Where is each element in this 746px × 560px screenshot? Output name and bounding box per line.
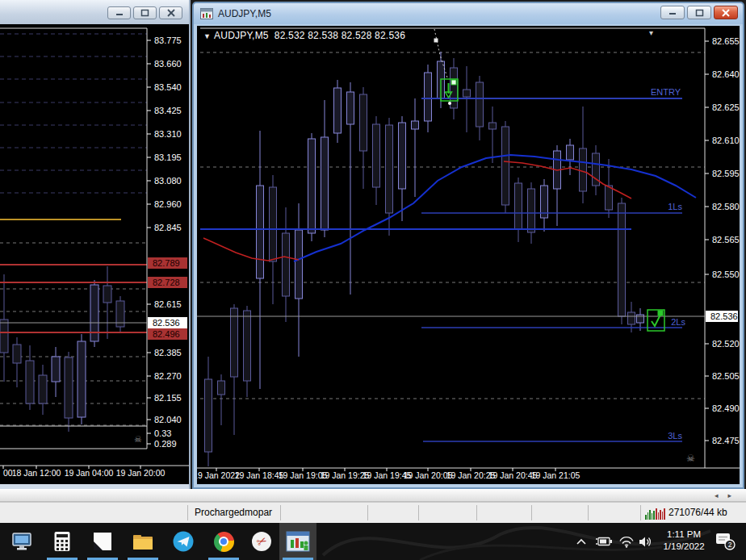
svg-text:☠: ☠ [686,453,695,464]
svg-text:ENTRY: ENTRY [651,87,681,97]
svg-text:82.385: 82.385 [154,348,182,357]
quote-line: ▼AUDJPY,M5 82.532 82.538 82.528 82.536 [203,30,405,41]
svg-text:82.845: 82.845 [154,223,182,232]
clock-time: 1:11 PM [656,529,712,541]
tray-chevron-up[interactable] [575,523,588,560]
svg-text:83.080: 83.080 [154,176,182,186]
svg-text:83.540: 83.540 [154,82,182,92]
svg-text:82.536: 82.536 [153,318,180,328]
svg-text:82.640: 82.640 [712,69,740,79]
svg-text:82.490: 82.490 [712,403,740,413]
close-icon[interactable] [159,6,182,19]
chart-window-icon [200,8,213,19]
svg-text:19 Jan 18:45: 19 Jan 18:45 [235,470,284,480]
svg-text:82.789: 82.789 [153,258,180,268]
white-tile-app-icon [93,532,112,551]
svg-text:82.040: 82.040 [154,415,182,424]
svg-text:82.496: 82.496 [153,329,180,339]
svg-text:▾: ▾ [649,28,653,37]
svg-text:83.195: 83.195 [154,153,182,162]
desktop: 83.77583.66083.54083.42583.31083.19583.0… [0,0,746,560]
left-chart-window[interactable]: 83.77583.66083.54083.42583.31083.19583.0… [0,0,191,489]
action-center-button[interactable]: 2 [715,523,736,560]
network-bars-icon [645,508,666,520]
status-bar: Prochargedmopar 271076/44 kb [0,502,746,523]
speaker-icon [639,536,653,548]
taskbar-item-calculator[interactable] [44,523,81,560]
taskbar-item-metatrader[interactable] [279,523,316,560]
taskbar-item-snipping-tool[interactable]: ✂ [243,523,280,560]
divider [367,505,368,520]
minimize-icon[interactable] [660,6,685,19]
svg-text:83.775: 83.775 [154,36,182,45]
taskbar-item-file-explorer[interactable] [124,523,161,560]
chrome-icon [214,532,234,552]
restore-icon[interactable] [133,6,157,19]
svg-text:19 Jan 04:00: 19 Jan 04:00 [65,468,114,478]
svg-text:83.660: 83.660 [154,59,182,69]
chevron-up-icon [575,537,588,546]
wifi-icon [618,536,635,548]
account-name: Prochargedmopar [195,507,272,518]
tray-clock[interactable]: 1:11 PM 1/19/2022 [656,529,712,553]
tray-volume[interactable] [639,523,653,560]
start-icon [10,531,33,552]
svg-text:19 Jan 21:05: 19 Jan 21:05 [531,470,580,480]
main-chart-area[interactable]: ENTRY1Ls2Ls3Ls82.65582.64082.62582.61082… [197,26,740,484]
notification-icon: 2 [715,532,736,551]
svg-text:82.615: 82.615 [154,299,182,309]
close-icon[interactable] [714,6,738,19]
svg-text:82.270: 82.270 [154,371,182,381]
svg-text:82.550: 82.550 [712,270,740,279]
tab-scroll-right-icon[interactable]: ▸ [727,491,741,499]
tray-battery[interactable] [594,523,614,560]
divider [418,505,419,520]
symbol-dropdown-icon[interactable]: ▼ [203,32,211,40]
taskbar-item-app[interactable] [84,523,121,560]
svg-text:19 Jan 20:45: 19 Jan 20:45 [488,470,538,480]
svg-text:82.595: 82.595 [712,169,740,178]
tray-wifi[interactable] [618,523,635,560]
svg-text:0.33: 0.33 [154,428,171,438]
svg-text:82.505: 82.505 [712,371,740,381]
main-window-titlebar[interactable]: AUDJPY,M5 [194,3,743,24]
svg-text:18 Jan 12:00: 18 Jan 12:00 [12,468,61,478]
divider [588,505,589,520]
svg-text:82.960: 82.960 [154,199,182,209]
minimize-icon[interactable] [107,6,131,19]
svg-text:0.289: 0.289 [154,439,177,449]
clock-date: 1/19/2022 [656,541,712,553]
calculator-icon [54,531,70,552]
folder-icon [132,533,153,551]
divider [531,505,532,520]
divider [476,505,477,520]
svg-text:82.155: 82.155 [154,393,182,403]
divider [640,505,641,520]
taskbar-item-telegram[interactable] [165,523,202,560]
svg-text:1Ls: 1Ls [668,202,682,211]
start-button[interactable] [3,523,40,560]
svg-text:82.536: 82.536 [710,311,738,321]
svg-text:☠: ☠ [134,434,142,444]
svg-text:19 Jan 20:00: 19 Jan 20:00 [116,468,166,478]
telegram-icon [173,531,194,552]
main-price-chart-canvas[interactable]: ENTRY1Ls2Ls3Ls82.65582.64082.62582.61082… [197,26,740,483]
taskbar: ✂ [0,523,746,560]
left-price-chart-canvas[interactable]: 83.77583.66083.54083.42583.31083.19583.0… [0,24,189,484]
left-window-titlebar[interactable] [0,0,189,24]
taskbar-item-chrome[interactable] [205,523,242,560]
svg-text:82.475: 82.475 [712,436,740,445]
svg-text:82.610: 82.610 [712,136,740,145]
tab-scroll-left-icon[interactable]: ◂ [715,491,728,499]
svg-text:83.425: 83.425 [154,106,182,115]
chart-tabs-strip: ◂▸ [0,489,746,502]
svg-text:82.565: 82.565 [712,235,740,244]
left-chart-area[interactable]: 83.77583.66083.54083.42583.31083.19583.0… [0,24,189,484]
divider [187,505,188,520]
divider [280,505,281,520]
main-chart-window[interactable]: AUDJPY,M5 ENTRY1Ls2Ls3Ls82.65582.64082.6… [192,2,744,489]
svg-text:19 Jan 20:05: 19 Jan 20:05 [404,470,453,480]
battery-charging-icon [594,536,614,547]
svg-text:82.520: 82.520 [712,339,740,349]
restore-icon[interactable] [687,6,711,19]
